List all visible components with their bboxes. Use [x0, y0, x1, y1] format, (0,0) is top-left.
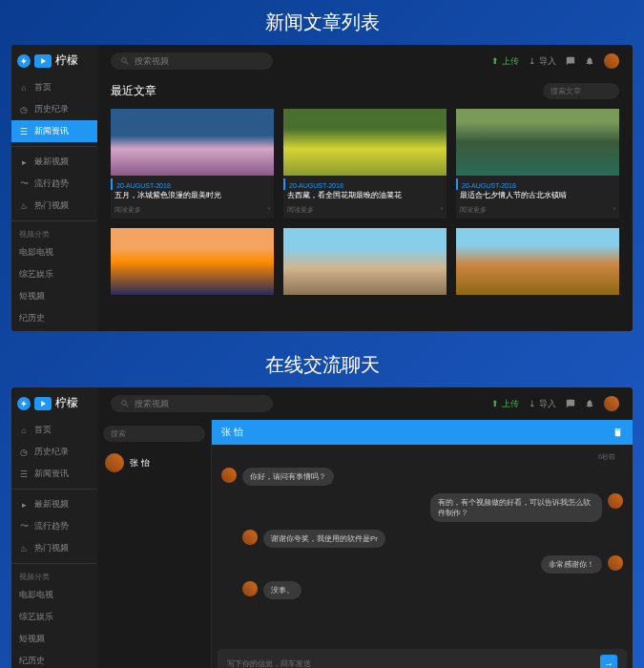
article-card[interactable]: 20-AUGUST-2018 去西藏，看全国花期最晚的油菜花 阅读更多›: [283, 109, 447, 219]
nav-label: 新闻资讯: [34, 468, 69, 480]
article-date: 20-AUGUST-2018: [456, 178, 619, 190]
article-title: 去西藏，看全国花期最晚的油菜花: [283, 190, 447, 203]
nav-cat-1[interactable]: 综艺娱乐: [11, 263, 97, 285]
user-avatar[interactable]: [604, 53, 619, 69]
nav-label: 最新视频: [34, 156, 69, 168]
logo-text: 柠檬: [55, 395, 78, 411]
search-icon: [120, 399, 130, 408]
nav-cat-0[interactable]: 电影电视: [11, 584, 97, 606]
nav-cat-4[interactable]: 体育运动: [11, 329, 97, 331]
import-icon: ⤓: [529, 56, 536, 66]
nav-icon: ▸: [19, 157, 29, 167]
nav-item-0[interactable]: ⌂首页: [11, 419, 97, 441]
bell-icon[interactable]: [585, 56, 594, 66]
article-card[interactable]: 20-AUGUST-2018 最适合七夕情人节的古北水镇晴 阅读更多›: [456, 109, 619, 219]
nav-cat-1[interactable]: 综艺娱乐: [11, 606, 97, 628]
contact-avatar: [105, 453, 124, 472]
nav-icon: ♨: [19, 201, 29, 211]
article-thumb: [456, 228, 619, 295]
nav-mid-1[interactable]: 〜流行趋势: [11, 515, 97, 537]
search-icon: [120, 56, 130, 66]
nav-cat-2[interactable]: 短视频: [11, 628, 97, 650]
nav-icon: 〜: [19, 522, 29, 532]
chat-icon[interactable]: [566, 399, 575, 408]
nav-cat-3[interactable]: 纪历史: [11, 307, 97, 329]
import-button[interactable]: ⤓导入: [529, 398, 556, 410]
logo-text: 柠檬: [55, 52, 78, 69]
contact-list: 搜索 张 怡: [97, 420, 212, 668]
article-card[interactable]: [283, 228, 447, 295]
nav-icon: ◷: [19, 448, 29, 457]
msg-bubble: 有的，有个视频做的好看，可以告诉我怎么软件制作？: [430, 493, 602, 522]
chat-panel: 柠檬 ⌂首页◷历史纪录☰新闻资讯▸最新视频〜流行趋势♨热门视频视频分类电影电视综…: [11, 387, 633, 668]
article-more[interactable]: 阅读更多›: [283, 203, 447, 219]
article-title: 最适合七夕情人节的古北水镇晴: [456, 190, 619, 203]
article-card[interactable]: 20-AUGUST-2018 五月，冰城紫色浪漫的最美时光 阅读更多›: [111, 109, 274, 219]
logo-row: 柠檬: [11, 45, 97, 76]
article-more[interactable]: 阅读更多›: [456, 203, 619, 219]
nav-label: 历史纪录: [34, 446, 69, 458]
nav-label: 首页: [34, 81, 52, 94]
bell-icon[interactable]: [585, 399, 594, 408]
chat-column: 张 怡 6秒前 你好，请问有事情吗？ 有的，有个视频做的好看，可以告诉我怎么软件…: [212, 420, 633, 668]
search-input[interactable]: [135, 399, 263, 408]
nav-mid-0[interactable]: ▸最新视频: [11, 493, 97, 515]
search-box[interactable]: [111, 395, 273, 412]
contact-name: 张 怡: [130, 457, 150, 470]
nav-cat-0[interactable]: 电影电视: [11, 241, 97, 263]
nav-mid-1[interactable]: 〜流行趋势: [11, 173, 97, 195]
msg-avatar: [242, 581, 258, 596]
article-card[interactable]: [111, 228, 274, 295]
nav-item-1[interactable]: ◷历史纪录: [11, 441, 97, 463]
article-search[interactable]: 搜索文章: [543, 83, 619, 99]
contact-search[interactable]: 搜索: [103, 426, 205, 442]
nav-label: 最新视频: [34, 498, 69, 511]
msg-time: 6秒前: [221, 452, 623, 468]
msg-avatar: [242, 530, 258, 545]
nav-label: 新闻资讯: [34, 125, 69, 137]
sidebar: 柠檬 ⌂首页◷历史纪录☰新闻资讯▸最新视频〜流行趋势♨热门视频视频分类电影电视综…: [11, 387, 97, 668]
nav-label: 短视频: [19, 290, 45, 303]
msg-avatar: [221, 468, 237, 483]
nav-label: 综艺娱乐: [19, 268, 53, 281]
chat-input-row: [218, 649, 627, 668]
nav-label: 热门视频: [34, 542, 69, 554]
upload-icon: ⬆: [491, 56, 499, 66]
section-title-chat: 在线交流聊天: [0, 343, 644, 387]
upload-button[interactable]: ⬆上传: [491, 398, 519, 410]
msg-bubble: 非常感谢你！: [541, 555, 602, 574]
msg-avatar: [608, 493, 623, 509]
chat-main: ⬆上传 ⤓导入 搜索 张 怡 张 怡 6秒前: [97, 387, 633, 668]
article-more[interactable]: 阅读更多›: [111, 203, 274, 219]
search-box[interactable]: [111, 52, 273, 70]
send-button[interactable]: [600, 655, 617, 668]
nav-section-header: 视频分类: [11, 225, 97, 241]
nav-mid-0[interactable]: ▸最新视频: [11, 151, 97, 173]
article-grid-row2: [111, 228, 619, 295]
trash-icon[interactable]: [613, 427, 623, 438]
user-avatar[interactable]: [604, 396, 619, 411]
import-button[interactable]: ⤓导入: [529, 55, 556, 68]
nav-item-1[interactable]: ◷历史纪录: [11, 98, 97, 120]
msg-avatar: [608, 555, 623, 571]
logo-row: 柠檬: [11, 387, 97, 419]
nav-item-2[interactable]: ☰新闻资讯: [11, 463, 97, 485]
contact-item[interactable]: 张 怡: [97, 448, 211, 478]
article-card[interactable]: [456, 228, 619, 295]
nav-cat-2[interactable]: 短视频: [11, 285, 97, 307]
sidebar: 柠檬 ⌂首页◷历史纪录☰新闻资讯▸最新视频〜流行趋势♨热门视频视频分类电影电视综…: [11, 45, 97, 331]
upload-button[interactable]: ⬆上传: [491, 55, 519, 68]
nav-mid-2[interactable]: ♨热门视频: [11, 195, 97, 217]
nav-cat-3[interactable]: 纪历史: [11, 650, 97, 668]
chat-header-name: 张 怡: [221, 426, 243, 439]
nav-item-0[interactable]: ⌂首页: [11, 76, 97, 98]
nav-label: 首页: [34, 424, 52, 436]
main-area: ⬆上传 ⤓导入 最近文章 搜索文章 20-AUGUST-2018 五月，冰城紫色…: [97, 45, 633, 331]
play-icon: [34, 397, 52, 410]
chat-icon[interactable]: [566, 56, 575, 66]
article-thumb: [283, 109, 447, 176]
chat-input[interactable]: [227, 659, 592, 668]
nav-item-2[interactable]: ☰新闻资讯: [11, 120, 97, 142]
search-input[interactable]: [135, 56, 263, 66]
nav-mid-2[interactable]: ♨热门视频: [11, 537, 97, 559]
